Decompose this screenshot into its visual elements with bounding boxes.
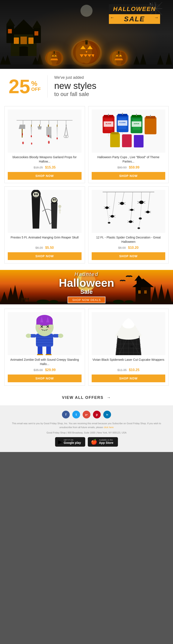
svg-marker-19: [36, 54, 43, 64]
svg-marker-21: [140, 54, 146, 64]
svg-line-192: [107, 209, 109, 222]
svg-rect-85: [31, 124, 32, 127]
sale-price-6: $10.25: [129, 368, 140, 372]
svg-point-147: [58, 205, 61, 208]
svg-point-163: [120, 202, 124, 205]
svg-rect-13: [8, 29, 12, 33]
svg-marker-83: [19, 124, 25, 129]
svg-line-185: [143, 202, 145, 204]
svg-point-275: [127, 318, 130, 321]
shop-deals-button[interactable]: SHOP NOW DEALS: [68, 296, 106, 303]
svg-point-10: [19, 46, 28, 48]
svg-rect-216: [138, 290, 141, 294]
svg-rect-7: [28, 38, 33, 44]
view-all-arrow: →: [107, 396, 111, 400]
sale-price-2: $59.99: [129, 166, 140, 169]
discount-desc: to our fall sale: [54, 91, 96, 98]
svg-rect-129: [111, 132, 119, 134]
shop-now-button-4[interactable]: SHOP NOW: [92, 252, 166, 260]
products-grid-1: bluecookies Bloody Weapons Garland Props…: [4, 106, 169, 264]
svg-line-174: [130, 211, 132, 221]
svg-line-171: [129, 210, 130, 211]
svg-marker-23: [166, 53, 172, 64]
svg-point-241: [58, 334, 63, 338]
svg-rect-125: [144, 117, 156, 134]
original-price-4: $6.00: [118, 246, 126, 250]
svg-point-139: [36, 193, 38, 195]
product-card-2: BLOOD PLASMA SERUM: [88, 106, 169, 183]
shop-now-button-1[interactable]: SHOP NOW: [8, 172, 82, 180]
svg-point-33: [80, 5, 92, 17]
app-store-button[interactable]: 🍎 Available on the App Store: [88, 437, 118, 446]
google-play-button[interactable]: ▶ GET IT ON Google play: [55, 437, 85, 446]
product-card-5: Animated Zombie Doll with Sound Creepy S…: [4, 309, 85, 386]
footer-text: This email was sent to you by Good Frida…: [8, 422, 164, 429]
twitter-icon[interactable]: t: [72, 411, 80, 418]
product-card-3: Prextex 5 Ft. Animated Hanging Grim Reap…: [4, 186, 85, 264]
product-prices-1: $18.25 $15.35: [8, 166, 82, 170]
svg-rect-62: [118, 51, 120, 54]
apple-icon: 🍎: [91, 439, 97, 445]
svg-point-193: [108, 222, 110, 224]
svg-marker-86: [30, 127, 32, 140]
svg-point-227: [113, 300, 124, 304]
svg-line-196: [139, 220, 140, 228]
svg-point-169: [130, 209, 133, 211]
footer-address: Good Friday Shop | 900 Broadway, Suite 1…: [8, 431, 164, 434]
svg-rect-236: [36, 340, 53, 342]
shop-now-button-3[interactable]: SHOP NOW: [8, 252, 82, 260]
product-name-1: bluecookies Bloody Weapons Garland Props…: [8, 155, 82, 164]
original-price-6: $11.35: [118, 368, 127, 372]
product-card-4: 12 Ft. - Plastic Spider Ceiling Decorati…: [88, 186, 169, 264]
percent-symbol: %: [31, 80, 41, 87]
svg-line-184: [143, 201, 145, 202]
svg-rect-217: [144, 290, 147, 294]
pinterest-icon[interactable]: p: [93, 411, 101, 418]
discount-section: 25 % OFF We've just added new styles to …: [0, 69, 173, 104]
shop-now-button-2[interactable]: SHOP NOW: [92, 172, 166, 180]
svg-rect-2: [6, 26, 14, 43]
svg-rect-131: [134, 135, 144, 148]
product-image-2: BLOOD PLASMA SERUM: [92, 110, 166, 152]
svg-point-225: [36, 300, 50, 304]
unsubscribe-link[interactable]: click here: [104, 426, 114, 428]
svg-rect-8: [20, 36, 27, 44]
svg-rect-14: [34, 31, 38, 36]
product-name-4: 12 Ft. - Plastic Spider Ceiling Decorati…: [92, 236, 166, 244]
svg-line-156: [112, 192, 116, 216]
discount-pct-off: % OFF: [31, 77, 41, 92]
googleplus-icon[interactable]: g+: [83, 411, 90, 418]
shop-now-button-5[interactable]: SHOP NOW: [8, 374, 82, 382]
hero-sale-title: HALLOWEEN SALE: [109, 4, 160, 24]
product-name-3: Prextex 5 Ft. Animated Hanging Grim Reap…: [8, 236, 82, 244]
product-prices-6: $11.35 $10.25: [92, 368, 166, 372]
svg-text:BLOOD: BLOOD: [106, 123, 111, 124]
svg-rect-94: [46, 127, 52, 136]
discount-subtitle: We've just added: [54, 75, 96, 80]
svg-rect-101: [66, 124, 68, 136]
view-all-link[interactable]: VIEW ALL OFFERS →: [62, 396, 111, 400]
email-container: HALLOWEEN SALE 25 % OFF We've just added…: [0, 0, 173, 452]
svg-line-172: [133, 209, 134, 210]
svg-rect-84: [22, 133, 23, 136]
svg-point-187: [146, 211, 150, 213]
product-image-3: [8, 190, 82, 233]
product-card-6: Vivian Black Spiderweb Laser Cut Cupcake…: [88, 309, 169, 386]
app-buttons-row: ▶ GET IT ON Google play 🍎 Available on t…: [8, 437, 164, 446]
product-prices-4: $6.00 $10.20: [92, 246, 166, 250]
svg-point-145: [54, 199, 56, 200]
svg-rect-89: [38, 126, 42, 128]
halloween-banner-2: Haunted Halloween Sale SHOP NOW DEALS: [0, 270, 173, 304]
linkedin-icon[interactable]: in: [103, 411, 111, 418]
original-price-3: $6.20: [35, 246, 43, 250]
svg-rect-232: [46, 354, 52, 355]
shop-now-button-6[interactable]: SHOP NOW: [92, 374, 166, 382]
discount-number: 25: [8, 77, 30, 96]
product-prices-3: $6.20 $5.50: [8, 246, 82, 250]
svg-line-170: [129, 209, 130, 210]
haunted-house-illustration: [6, 17, 41, 56]
facebook-icon[interactable]: f: [62, 411, 70, 418]
svg-line-162: [122, 192, 124, 203]
svg-marker-65: [114, 58, 123, 60]
google-play-icon: ▶: [58, 439, 62, 445]
